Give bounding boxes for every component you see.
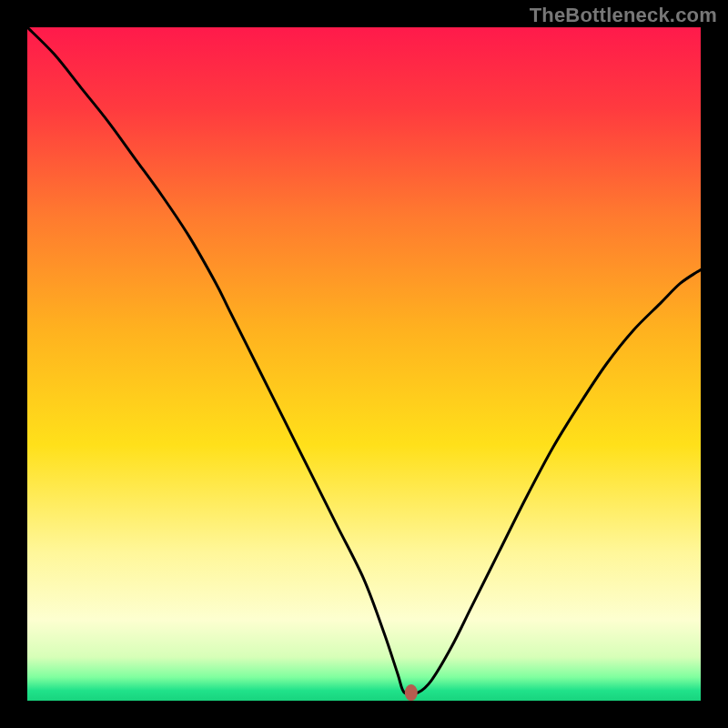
attribution-label: TheBottleneck.com bbox=[530, 4, 717, 27]
bottleneck-chart bbox=[27, 27, 701, 701]
optimal-point-marker bbox=[405, 684, 418, 701]
chart-frame: TheBottleneck.com bbox=[0, 0, 728, 728]
plot-background bbox=[27, 27, 701, 701]
